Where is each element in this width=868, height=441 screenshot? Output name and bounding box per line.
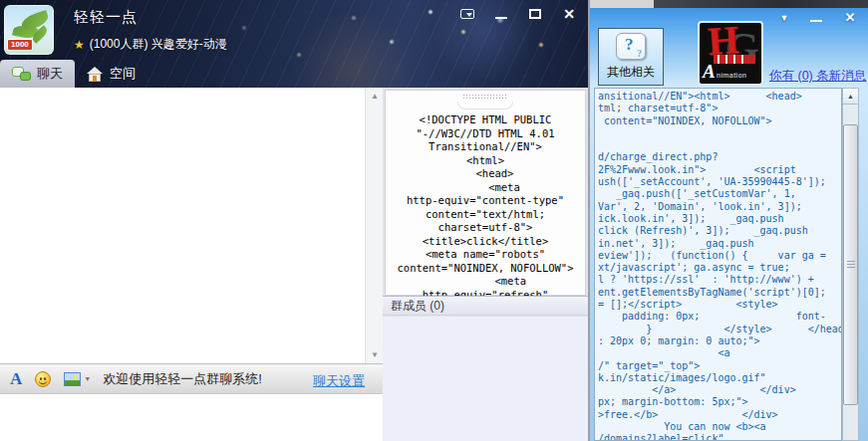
question-mark-icon: ? ? <box>616 33 646 60</box>
splitter-grip[interactable] <box>462 94 508 101</box>
group-subtitle: (1000人群) 兴趣爱好-动漫 <box>90 36 227 53</box>
other-related-button[interactable]: ? ? 其他相关 <box>598 28 664 86</box>
message-scrollbar[interactable]: ▲ ▼ <box>365 88 383 363</box>
image-button[interactable] <box>64 372 81 386</box>
members-header[interactable]: 群成员 (0) <box>383 296 588 316</box>
announcement-panel: <!DOCTYPE HTML PUBLIC"-//W3C//DTD HTML 4… <box>385 90 586 296</box>
welcome-message: 欢迎使用轻轻一点群聊系统! <box>103 370 262 388</box>
close-button[interactable]: ✕ <box>558 5 580 22</box>
window-banner: 1000 轻轻一点 ★ (1000人群) 兴趣爱好-动漫 ✕ 聊天 <box>0 0 590 88</box>
group-chat-window: 1000 轻轻一点 ★ (1000人群) 兴趣爱好-动漫 ✕ 聊天 <box>0 0 590 441</box>
caret-down-icon[interactable]: ▼ <box>84 375 91 382</box>
sidebar: <!DOCTYPE HTML PUBLIC"-//W3C//DTD HTML 4… <box>383 88 588 441</box>
message-history-area[interactable] <box>0 88 365 363</box>
minimize-icon <box>810 20 822 22</box>
scrollbar-thumb[interactable] <box>843 124 858 405</box>
tab-chat-label: 聊天 <box>37 65 63 83</box>
font-style-button[interactable]: A <box>10 370 22 387</box>
window-menu-icon <box>460 9 474 19</box>
collapse-button[interactable]: ▼ <box>772 10 796 25</box>
animation-logo[interactable]: G H A nimation <box>698 21 763 86</box>
window-menu-button[interactable] <box>456 5 478 22</box>
thumb-grip-icon <box>847 261 855 269</box>
chat-bubbles-icon <box>12 67 31 82</box>
tab-space-label: 空间 <box>110 65 136 83</box>
logo-letter-a: A <box>703 61 716 83</box>
notification-popup-window: ▼ ✕ ? ? 其他相关 G H A nimation 你有 (0) 条新消息 … <box>590 8 868 441</box>
message-input-area[interactable] <box>0 394 383 441</box>
maximize-button[interactable] <box>524 5 546 22</box>
tab-chat[interactable]: 聊天 <box>0 60 75 88</box>
group-subtitle-row: ★ (1000人群) 兴趣爱好-动漫 <box>74 36 227 53</box>
home-icon <box>87 67 104 82</box>
chevron-down-icon: ▼ <box>780 13 789 23</box>
close-icon: ✕ <box>563 7 575 21</box>
maximize-icon <box>529 9 541 19</box>
logo-word: nimation <box>717 72 746 79</box>
tab-space[interactable]: 空间 <box>75 60 147 88</box>
question-glyph: ? <box>625 35 634 55</box>
star-icon: ★ <box>74 38 85 52</box>
minimize-icon <box>495 17 507 19</box>
close-icon: ✕ <box>845 10 856 25</box>
chat-settings-link[interactable]: 聊天设置 <box>313 372 365 390</box>
question-glyph-small: ? <box>637 48 642 59</box>
input-toolbar: A ▼ 欢迎使用轻轻一点群聊系统! 聊天设置 <box>0 363 383 394</box>
other-related-label: 其他相关 <box>607 64 655 81</box>
scroll-up-icon[interactable]: ▲ <box>843 89 858 105</box>
group-title: 轻轻一点 <box>74 8 138 27</box>
minimize-button[interactable] <box>490 5 512 22</box>
popup-minimize-button[interactable] <box>804 10 828 25</box>
logo-ribbon <box>714 55 755 64</box>
announcement-text: <!DOCTYPE HTML PUBLIC"-//W3C//DTD HTML 4… <box>386 113 585 302</box>
background-window-edge <box>590 0 654 8</box>
scroll-down-icon[interactable]: ▼ <box>366 347 384 362</box>
group-avatar[interactable]: 1000 <box>4 5 54 55</box>
popup-close-button[interactable]: ✕ <box>838 10 862 25</box>
splitter-notch[interactable] <box>457 102 513 110</box>
new-messages-link[interactable]: 你有 (0) 条新消息 <box>769 68 866 85</box>
screen: 1000 轻轻一点 ★ (1000人群) 兴趣爱好-动漫 ✕ 聊天 <box>0 0 868 441</box>
group-size-badge: 1000 <box>7 39 33 51</box>
emoticon-button[interactable] <box>35 371 51 387</box>
members-list[interactable] <box>383 317 588 441</box>
window-controls: ✕ <box>456 5 580 22</box>
popup-scrollbar[interactable]: ▲ <box>842 88 859 441</box>
source-code-text: ansitional//EN"><html> <head>tml; charse… <box>598 91 842 441</box>
background-photo-strip <box>654 0 868 8</box>
tab-bar: 聊天 空间 <box>0 60 590 88</box>
scroll-up-icon[interactable]: ▲ <box>366 89 384 104</box>
webpage-source-view[interactable]: ansitional//EN"><html> <head>tml; charse… <box>594 88 842 441</box>
